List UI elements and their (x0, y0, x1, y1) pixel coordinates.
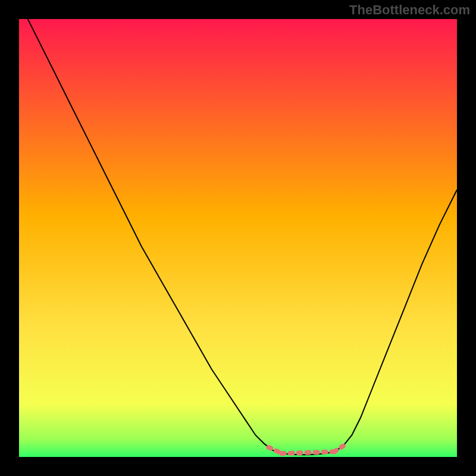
chart-background (19, 19, 457, 457)
highlight-segment (282, 452, 334, 453)
chart-svg (19, 19, 457, 457)
bottleneck-chart (19, 19, 457, 457)
watermark-text: TheBottleneck.com (349, 2, 470, 18)
